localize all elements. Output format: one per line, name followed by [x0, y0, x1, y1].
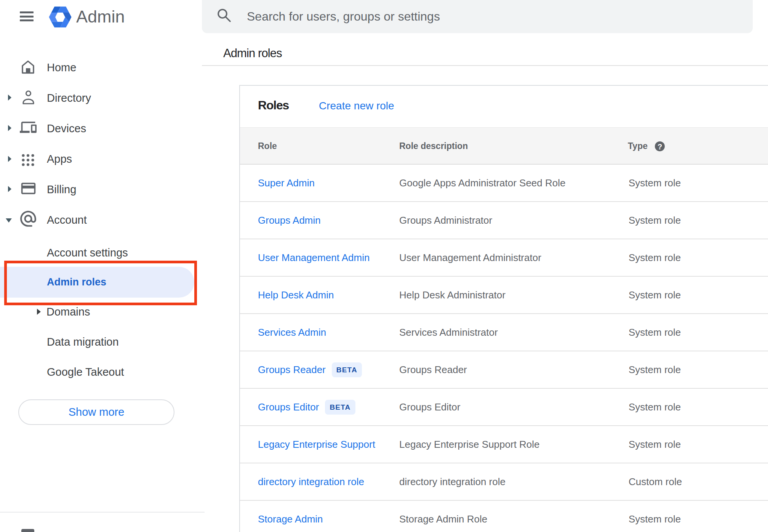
svg-text:?: ?	[658, 143, 662, 151]
